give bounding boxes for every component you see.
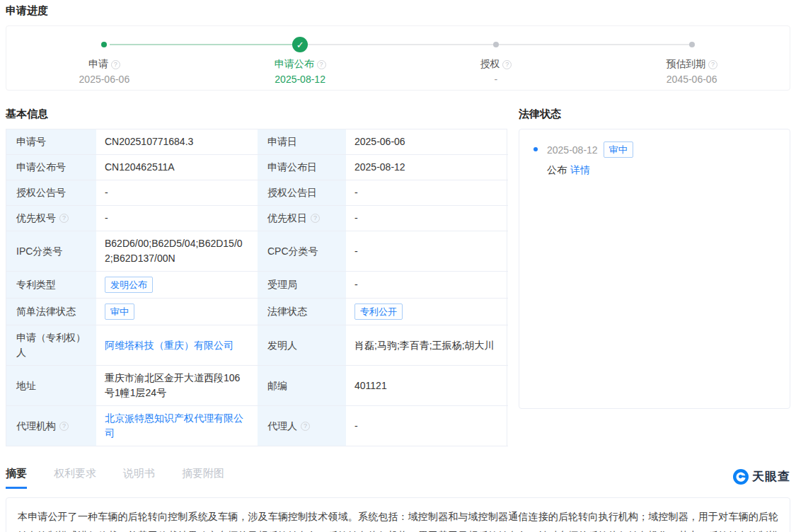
legal-status-card: 2025-08-12审中公布详情 xyxy=(519,129,790,409)
legal-status-item: 2025-08-12审中公布详情 xyxy=(533,141,775,177)
step-label: 授权? xyxy=(480,58,512,71)
step-dot-wrap: ✓ xyxy=(292,37,308,52)
cell-text: 2025-06-06 xyxy=(354,134,405,149)
cell-text: 肖磊;马驹;李百青;王振杨;胡大川 xyxy=(354,338,495,353)
table-row: 申请号CN202510771684.3申请日2025-06-06 xyxy=(6,129,507,155)
step-dot-wrap xyxy=(101,37,107,52)
field-label: 地址 xyxy=(6,366,96,406)
basic-info-title: 基本信息 xyxy=(6,108,507,120)
tab-说明书[interactable]: 说明书 xyxy=(123,467,155,489)
abstract-text: 本申请公开了一种车辆的后轮转向控制系统及车辆，涉及车辆控制技术领域。系统包括：域… xyxy=(18,511,778,532)
document-tabs-row: 摘要权利要求说明书摘要附图 天眼查 xyxy=(6,467,790,489)
field-label-text: 优先权号 xyxy=(16,211,56,226)
field-label-text: 优先权日 xyxy=(267,211,307,226)
help-icon[interactable]: ? xyxy=(301,422,310,431)
field-label-text: 代理人 xyxy=(267,419,297,434)
field-label: IPC分类号 xyxy=(6,231,96,272)
cell-text: - xyxy=(354,419,358,434)
field-label-text: 申请日 xyxy=(267,134,297,149)
table-row: 申请公布号CN120462511A申请公布日2025-08-12 xyxy=(6,155,507,180)
table-row: 代理机构?北京派特恩知识产权代理有限公司代理人?- xyxy=(6,406,507,446)
step-label-text: 申请公布 xyxy=(275,58,314,71)
field-label: 授权公告日 xyxy=(258,180,346,206)
field-value: 阿维塔科技（重庆）有限公司 xyxy=(96,325,258,366)
progress-step-2: ✓申请公布?2025-08-12 xyxy=(202,26,398,90)
field-label: 申请公布号 xyxy=(6,155,96,180)
basic-info-table: 申请号CN202510771684.3申请日2025-06-06申请公布号CN1… xyxy=(6,129,507,446)
timeline-bullet-icon xyxy=(533,147,538,151)
field-label: 受理局 xyxy=(258,272,346,299)
status-badge: 发明公布 xyxy=(105,277,153,293)
progress-step-4: 预估到期?2045-06-06 xyxy=(594,26,790,90)
tab-摘要[interactable]: 摘要 xyxy=(6,467,27,489)
field-label-text: 授权公告日 xyxy=(267,185,317,200)
field-label-text: 专利类型 xyxy=(16,277,56,292)
field-label-text: 申请号 xyxy=(16,134,46,149)
step-value: 2045-06-06 xyxy=(667,74,717,85)
entity-link[interactable]: 阿维塔科技（重庆）有限公司 xyxy=(105,338,233,353)
help-icon[interactable]: ? xyxy=(111,60,120,69)
field-label-text: 地址 xyxy=(16,378,36,393)
cell-text: - xyxy=(105,185,108,200)
field-value: B62D6/00;B62D5/04;B62D15/02;B62D137/00N xyxy=(96,231,258,272)
field-value: - xyxy=(346,272,508,299)
legal-date: 2025-08-12 xyxy=(547,144,598,156)
tab-权利要求[interactable]: 权利要求 xyxy=(54,467,96,489)
cell-text: 重庆市渝北区金开大道西段106号1幢1层24号 xyxy=(105,371,249,400)
field-value: 肖磊;马驹;李百青;王振杨;胡大川 xyxy=(346,325,508,366)
field-label-text: 简单法律状态 xyxy=(16,304,76,319)
table-row: 优先权号?-优先权日?- xyxy=(6,206,507,231)
step-dot-wrap xyxy=(689,37,695,52)
entity-link[interactable]: 北京派特恩知识产权代理有限公司 xyxy=(105,411,249,441)
abstract-panel: 本申请公开了一种车辆的后轮转向控制系统及车辆，涉及车辆控制技术领域。系统包括：域… xyxy=(6,497,790,532)
field-label: 邮编 xyxy=(258,366,346,406)
tab-摘要附图[interactable]: 摘要附图 xyxy=(182,467,224,489)
step-value: - xyxy=(495,74,498,85)
table-row: 简单法律状态审中法律状态专利公开 xyxy=(6,299,507,325)
field-value: - xyxy=(346,180,508,206)
field-label: 简单法律状态 xyxy=(6,299,96,325)
legal-status-badge: 审中 xyxy=(604,141,633,158)
legal-status-section: 法律状态 2025-08-12审中公布详情 xyxy=(519,108,790,446)
table-row: 申请（专利权）人阿维塔科技（重庆）有限公司发明人肖磊;马驹;李百青;王振杨;胡大… xyxy=(6,325,507,366)
field-value: 专利公开 xyxy=(346,299,508,325)
help-icon[interactable]: ? xyxy=(502,60,512,69)
field-label: 专利类型 xyxy=(6,272,96,299)
field-value: 重庆市渝北区金开大道西段106号1幢1层24号 xyxy=(96,366,258,406)
legal-action-text: 公布 xyxy=(547,164,567,175)
patent-detail-page: 申请进度 申请?2025-06-06✓申请公布?2025-08-12授权?-预估… xyxy=(0,0,796,532)
field-value: - xyxy=(346,406,508,446)
field-label: 优先权号? xyxy=(6,206,96,231)
field-label: 申请号 xyxy=(6,129,96,155)
field-label-text: IPC分类号 xyxy=(16,244,62,259)
field-label-text: 发明人 xyxy=(267,338,297,353)
cell-text: 2025-08-12 xyxy=(354,160,405,175)
cell-text: - xyxy=(354,185,358,200)
field-label: 代理机构? xyxy=(6,406,96,446)
legal-item-line1: 2025-08-12审中 xyxy=(547,141,633,158)
field-label-text: 申请（专利权）人 xyxy=(16,330,91,360)
field-label: 法律状态 xyxy=(258,299,346,325)
help-icon[interactable]: ? xyxy=(311,214,320,223)
cell-text: 401121 xyxy=(354,378,387,393)
step-label: 申请? xyxy=(88,58,120,71)
help-icon[interactable]: ? xyxy=(59,214,69,223)
table-row: 授权公告号-授权公告日- xyxy=(6,180,507,206)
field-label: 申请日 xyxy=(258,129,346,155)
help-icon[interactable]: ? xyxy=(59,422,69,431)
tianyancha-brand[interactable]: 天眼查 xyxy=(733,467,790,485)
tianyancha-logo-icon xyxy=(733,469,749,485)
legal-detail-link[interactable]: 详情 xyxy=(570,164,590,175)
field-value: - xyxy=(346,206,508,231)
help-icon[interactable]: ? xyxy=(317,60,326,69)
field-label: CPC分类号 xyxy=(258,231,346,272)
field-label: 优先权日? xyxy=(258,206,346,231)
step-dot-wrap xyxy=(493,37,499,52)
step-dot-icon xyxy=(101,42,107,47)
field-value: - xyxy=(346,231,508,272)
field-label-text: 代理机构 xyxy=(16,419,56,434)
document-tabs: 摘要权利要求说明书摘要附图 xyxy=(6,467,224,489)
field-value: 401121 xyxy=(346,366,508,406)
field-value: 2025-08-12 xyxy=(346,155,508,180)
help-icon[interactable]: ? xyxy=(708,60,717,69)
